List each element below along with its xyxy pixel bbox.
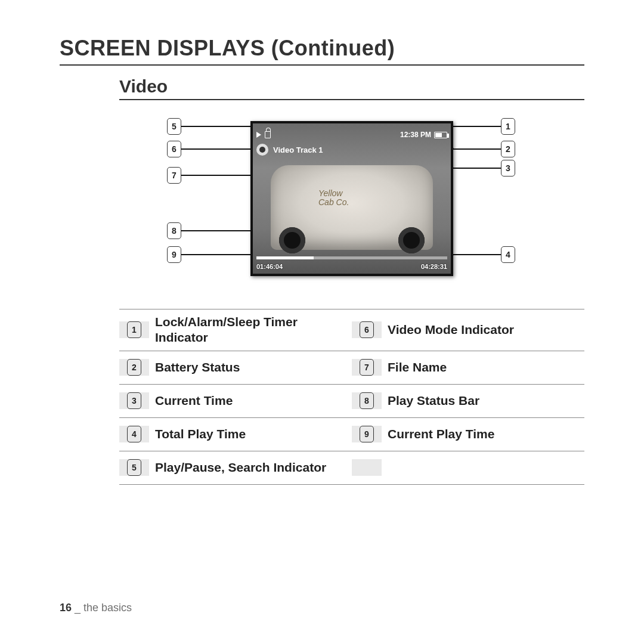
section-subtitle: Video	[119, 76, 584, 100]
legend-num: 4	[127, 426, 141, 442]
callout-9: 9	[167, 246, 181, 263]
page-footer: 16 _ the basics	[60, 602, 132, 614]
legend-text: Play/Pause, Search Indicator	[149, 455, 332, 480]
lock-icon	[265, 131, 271, 138]
play-icon	[256, 132, 261, 138]
play-status-bar	[256, 256, 447, 259]
legend-text: Current Play Time	[382, 422, 500, 447]
video-mode-icon	[256, 144, 268, 156]
legend-num: 5	[127, 459, 141, 476]
legend-num: 9	[360, 426, 374, 442]
legend-num: 7	[360, 359, 374, 376]
legend-text: Current Time	[149, 388, 239, 413]
callout-5: 5	[167, 118, 181, 135]
legend-text: Lock/Alarm/Sleep Timer Indicator	[149, 309, 352, 351]
callout-2: 2	[501, 141, 515, 157]
callout-1: 1	[501, 118, 515, 135]
page-title: SCREEN DISPLAYS (Continued)	[60, 36, 584, 66]
battery-icon	[434, 132, 447, 138]
legend-text-empty	[382, 463, 394, 472]
legend-num: 8	[360, 392, 374, 409]
callout-4: 4	[501, 246, 515, 263]
total-time: 04:28:31	[421, 263, 447, 270]
legend-text: Total Play Time	[149, 422, 252, 447]
callout-6: 6	[167, 141, 181, 157]
callout-7: 7	[167, 167, 181, 184]
car-graphic: Yellow Cab Co.	[271, 165, 433, 250]
page-number: 16	[60, 602, 72, 614]
car-label: Yellow Cab Co.	[318, 189, 349, 208]
legend-text: Play Status Bar	[382, 388, 485, 413]
section-name: the basics	[83, 602, 132, 614]
video-screen: Yellow Cab Co. 12:38 PM Video Track 1	[250, 121, 453, 276]
callout-3: 3	[501, 160, 515, 177]
legend-num: 2	[127, 359, 141, 376]
legend-num: 6	[360, 321, 374, 338]
elapsed-time: 01:46:04	[256, 263, 283, 270]
clock-time: 12:38 PM	[400, 131, 431, 139]
file-name: Video Track 1	[273, 145, 323, 154]
legend-num: 1	[127, 321, 141, 338]
legend-text: File Name	[382, 355, 453, 380]
legend-table: 1 Lock/Alarm/Sleep Timer Indicator 6 Vid…	[119, 309, 584, 485]
legend-text: Video Mode Indicator	[382, 317, 520, 342]
legend-text: Battery Status	[149, 355, 246, 380]
diagram: 5 6 7 8 9 1 2 3 4 Yellow Cab Co.	[119, 112, 584, 291]
callout-8: 8	[167, 222, 181, 239]
legend-num: 3	[127, 392, 141, 409]
